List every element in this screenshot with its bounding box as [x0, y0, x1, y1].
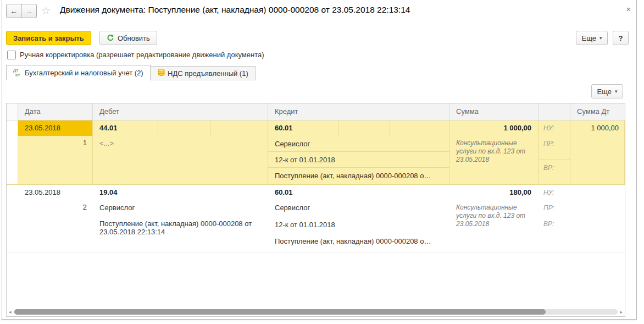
cell-credit-sub1[interactable]: [338, 120, 390, 136]
manual-adjustment-checkbox[interactable]: [7, 51, 16, 59]
header-date[interactable]: Дата: [18, 103, 93, 120]
grid-more-label: Еще: [597, 87, 612, 96]
close-icon[interactable]: ×: [626, 4, 631, 14]
scroll-left-icon[interactable]: ◂: [9, 309, 12, 315]
tab-vat-label: НДС предъявленный (1): [168, 69, 248, 78]
cell-date[interactable]: 23.05.2018: [18, 185, 93, 200]
manual-adjustment-row: Ручная корректировка (разрешает редактир…: [2, 50, 636, 62]
cell-debit-sub1[interactable]: [158, 120, 210, 136]
scrollbar-thumb[interactable]: [14, 309, 546, 315]
credit-subconto-2: 12-к от 01.01.2018: [268, 216, 449, 232]
flag-nu-label: НУ:: [538, 120, 570, 136]
row-number: 1: [18, 136, 93, 184]
back-arrow-icon: ←: [10, 7, 18, 15]
cell-date-selected[interactable]: 23.05.2018: [18, 120, 93, 136]
dt-kt-icon: ДтКт: [13, 68, 23, 78]
header-flags[interactable]: [538, 103, 570, 120]
tab-strip: ДтКт Бухгалтерский и налоговый учет (2) …: [2, 65, 636, 80]
cell-credit-account[interactable]: 60.01: [268, 185, 338, 200]
toolbar: Записать и закрыть Обновить Еще ▾ ?: [2, 30, 636, 46]
flag-pr-label: ПР:: [538, 200, 570, 216]
header-gutter: [7, 103, 18, 120]
cell-sum[interactable]: 1 000,00: [449, 120, 538, 136]
cell-comment[interactable]: Консультационные услуги по вх.д. 123 от …: [449, 136, 538, 184]
tab-accounting-and-tax[interactable]: ДтКт Бухгалтерский и налоговый учет (2): [6, 65, 151, 80]
cell-debit-account[interactable]: 44.01: [93, 120, 158, 136]
help-button[interactable]: ?: [613, 31, 629, 45]
cell-credit-details[interactable]: Сервислог 12-к от 01.01.2018 Поступление…: [268, 200, 449, 252]
cell-debit-sub2[interactable]: [210, 120, 268, 136]
header-credit[interactable]: Кредит: [268, 103, 449, 120]
table-empty-area: [7, 252, 625, 307]
debit-subconto-2: Поступление (акт, накладная) 0000-000208…: [93, 216, 268, 236]
flag-vr-label: ВР:: [538, 160, 570, 184]
chevron-down-icon: ▾: [599, 35, 602, 41]
coins-icon: [157, 69, 165, 78]
cell-sum-dt-detail[interactable]: [570, 200, 625, 252]
table-header-row: Дата Дебет Кредит Сумма Сумма Дт: [7, 103, 625, 120]
header-debit[interactable]: Дебет: [93, 103, 268, 120]
row-number: 2: [18, 200, 93, 252]
titlebar: ← → ☆ Движения документа: Поступление (а…: [2, 0, 636, 25]
cell-debit-sub1[interactable]: [158, 185, 210, 200]
nav-button-group: ← →: [6, 4, 37, 18]
cell-debit-account[interactable]: 19.04: [93, 185, 158, 200]
header-sum[interactable]: Сумма: [449, 103, 538, 120]
cell-sum-dt-detail[interactable]: [570, 136, 625, 184]
credit-subconto-1: Сервислог: [268, 200, 449, 216]
row-gutter: [7, 185, 18, 200]
row-gutter: [7, 136, 18, 184]
flag-pr-label: ПР:: [538, 136, 570, 160]
horizontal-scrollbar[interactable]: ◂ ▸: [7, 307, 625, 316]
scrollbar-track[interactable]: [14, 309, 618, 315]
more-button-toolbar[interactable]: Еще ▾: [576, 31, 608, 45]
favorite-star-icon[interactable]: ☆: [41, 4, 51, 17]
movements-table: Дата Дебет Кредит Сумма Сумма Дт 23.05.2…: [6, 103, 625, 317]
more-label: Еще: [582, 34, 596, 42]
cell-comment[interactable]: Консультационные услуги по вх.д. 123 от …: [449, 200, 538, 252]
manual-adjustment-label: Ручная корректировка (разрешает редактир…: [20, 51, 264, 59]
table-row[interactable]: 23.05.2018 19.04 60.01 180,00 НУ: 2: [7, 185, 625, 252]
refresh-button[interactable]: Обновить: [99, 31, 157, 45]
cell-flags: ПР: ВР:: [538, 200, 570, 252]
credit-subconto-3: Поступление (акт, накладная) 0000-000208…: [268, 168, 449, 184]
forward-arrow-icon: →: [25, 7, 33, 15]
row-gutter: [7, 120, 18, 136]
cell-sum[interactable]: 180,00: [449, 185, 538, 200]
more-button-grid[interactable]: Еще ▾: [591, 84, 623, 98]
credit-subconto-1: Сервислог: [268, 136, 449, 152]
cell-debit-details[interactable]: Сервислог Поступление (акт, накладная) 0…: [93, 200, 268, 252]
document-movements-window: ← → ☆ Движения документа: Поступление (а…: [1, 0, 637, 320]
cell-debit-sub2[interactable]: [210, 185, 268, 200]
chevron-down-icon: ▾: [615, 89, 618, 94]
cell-credit-sub2[interactable]: [390, 185, 449, 200]
cell-sum-dt[interactable]: [570, 185, 625, 200]
tab-accounting-label: Бухгалтерский и налоговый учет (2): [25, 69, 143, 77]
cell-credit-details[interactable]: Сервислог 12-к от 01.01.2018 Поступление…: [268, 136, 449, 184]
cell-debit-detail[interactable]: <...>: [93, 136, 268, 184]
credit-subconto-2: 12-к от 01.01.2018: [268, 152, 449, 168]
row-gutter: [7, 200, 18, 252]
credit-subconto-3: Поступление (акт, накладная) 0000-000208…: [268, 232, 449, 247]
flag-nu-label: НУ:: [538, 185, 570, 200]
cell-credit-account[interactable]: 60.01: [268, 120, 338, 136]
save-and-close-button[interactable]: Записать и закрыть: [6, 31, 91, 45]
header-sum-dt[interactable]: Сумма Дт: [570, 103, 625, 120]
refresh-label: Обновить: [118, 34, 150, 42]
cell-flags: ПР: ВР:: [538, 136, 570, 184]
cell-sum-dt[interactable]: 1 000,00: [570, 120, 625, 136]
tab-vat-presented[interactable]: НДС предъявленный (1): [150, 66, 256, 80]
forward-button[interactable]: →: [21, 4, 37, 18]
scroll-right-icon[interactable]: ▸: [620, 309, 623, 315]
debit-subconto-1: Сервислог: [93, 200, 268, 216]
table-row[interactable]: 23.05.2018 44.01 60.01 1 000,00 НУ: 1 00…: [7, 120, 625, 185]
back-button[interactable]: ←: [7, 4, 21, 18]
flag-vr-label: ВР:: [538, 216, 570, 232]
cell-credit-sub2[interactable]: [390, 120, 449, 136]
cell-credit-sub1[interactable]: [338, 185, 390, 200]
page-title: Движения документа: Поступление (акт, на…: [60, 5, 410, 15]
refresh-icon: [107, 34, 114, 42]
